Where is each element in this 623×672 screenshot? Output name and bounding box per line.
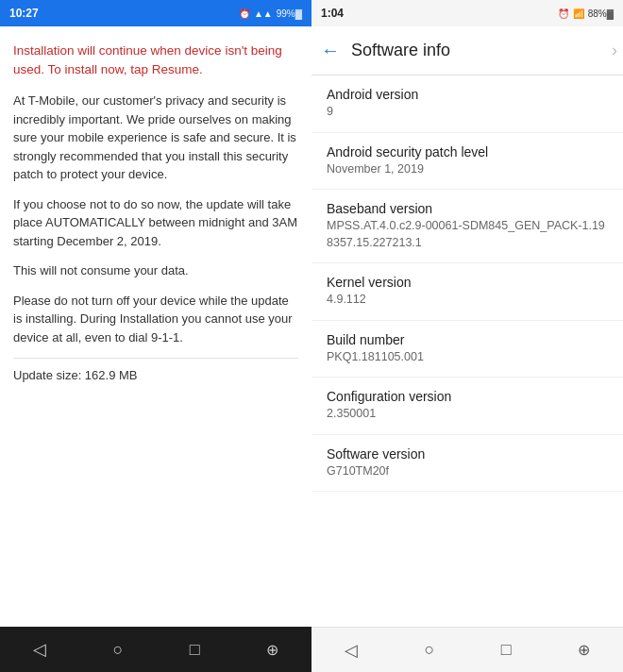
right-back-button[interactable] xyxy=(345,640,358,661)
body-paragraph-1: At T-Mobile, our customer's privacy and … xyxy=(13,92,298,184)
build-number-label: Build number xyxy=(327,332,608,347)
body-paragraph-3: This will not consume your data. xyxy=(13,261,298,280)
security-patch-value: November 1, 2019 xyxy=(327,161,608,178)
left-time: 10:27 xyxy=(9,7,39,20)
alarm-icon: ⏰ xyxy=(239,8,250,19)
security-patch-label: Android security patch level xyxy=(327,144,608,160)
baseband-version-label: Baseband version xyxy=(327,201,608,216)
left-menu-button[interactable] xyxy=(266,640,278,660)
right-navbar xyxy=(312,627,623,672)
right-home-button[interactable] xyxy=(424,640,434,660)
config-version-value: 2.350001 xyxy=(327,406,608,423)
back-arrow-icon[interactable]: ← xyxy=(321,40,340,61)
right-chevron-icon: › xyxy=(606,26,623,75)
android-version-value: 9 xyxy=(327,104,608,121)
config-version-row: Configuration version 2.350001 xyxy=(312,378,623,435)
right-header: ← Software info › xyxy=(312,26,623,76)
kernel-version-value: 4.9.112 xyxy=(327,292,608,309)
right-menu-button[interactable] xyxy=(578,640,590,660)
left-content: Installation will continue when device i… xyxy=(0,26,312,627)
right-alarm-icon: ⏰ xyxy=(558,8,569,19)
right-status-icons: ⏰ 📶 88%▓ xyxy=(558,8,614,19)
build-number-row: Build number PKQ1.181105.001 xyxy=(312,321,623,378)
right-statusbar: 1:04 ⏰ 📶 88%▓ xyxy=(312,0,623,26)
software-version-value: G710TM20f xyxy=(327,463,608,480)
build-number-value: PKQ1.181105.001 xyxy=(327,349,608,366)
android-version-label: Android version xyxy=(327,87,608,102)
left-status-icons: ⏰ ▲▲ 99%▓ xyxy=(239,8,302,19)
left-panel: 10:27 ⏰ ▲▲ 99%▓ Installation will contin… xyxy=(0,0,312,672)
left-back-button[interactable] xyxy=(33,639,46,660)
software-info-list: Android version 9 Android security patch… xyxy=(312,76,623,627)
body-paragraph-2: If you choose not to do so now, the upda… xyxy=(13,195,298,251)
kernel-version-label: Kernel version xyxy=(327,275,608,290)
page-title: Software info xyxy=(351,41,614,60)
security-patch-row: Android security patch level November 1,… xyxy=(312,133,623,191)
signal-icon: ▲▲ xyxy=(254,8,273,19)
left-recents-button[interactable] xyxy=(190,640,200,660)
config-version-label: Configuration version xyxy=(327,389,608,404)
right-sim-icon: 📶 xyxy=(573,8,584,19)
warning-text: Installation will continue when device i… xyxy=(13,42,298,78)
baseband-version-value: MPSS.AT.4.0.c2.9-00061-SDM845_GEN_PACK-1… xyxy=(327,218,608,251)
right-panel: 1:04 ⏰ 📶 88%▓ ← Software info › Android … xyxy=(312,0,623,672)
left-home-button[interactable] xyxy=(112,640,123,660)
right-battery-icon: 88%▓ xyxy=(588,8,614,19)
android-version-row: Android version 9 xyxy=(312,76,623,133)
update-size: Update size: 162.9 MB xyxy=(13,358,298,382)
software-version-row: Software version G710TM20f xyxy=(312,435,623,493)
battery-icon: 99%▓ xyxy=(277,8,302,19)
baseband-version-row: Baseband version MPSS.AT.4.0.c2.9-00061-… xyxy=(312,190,623,263)
left-navbar xyxy=(0,627,312,672)
left-statusbar: 10:27 ⏰ ▲▲ 99%▓ xyxy=(0,0,312,26)
software-version-label: Software version xyxy=(327,446,608,462)
right-time: 1:04 xyxy=(321,7,344,20)
body-paragraph-4: Please do not turn off your device while… xyxy=(13,292,298,347)
right-recents-button[interactable] xyxy=(501,640,512,660)
kernel-version-row: Kernel version 4.9.112 xyxy=(312,263,623,321)
